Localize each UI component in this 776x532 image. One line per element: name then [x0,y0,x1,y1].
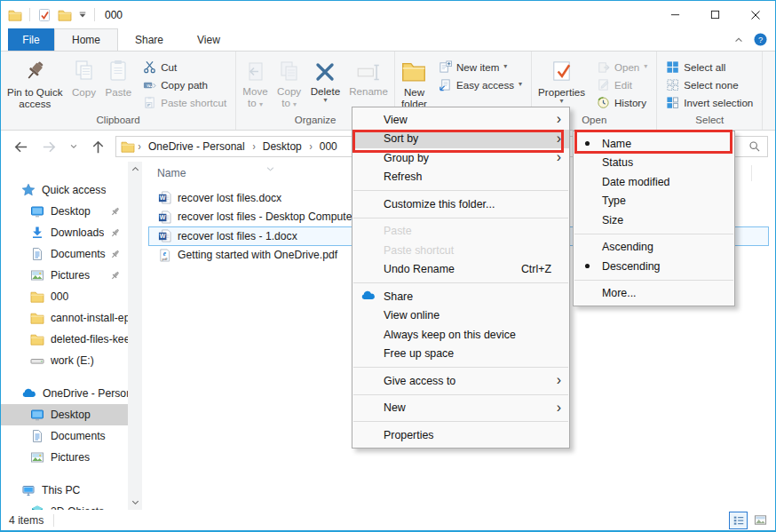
tab-view[interactable]: View [180,28,237,51]
menu-item-group-by[interactable]: Group by› [352,148,569,168]
items-count: 4 items [9,514,44,527]
properties-icon [550,56,574,86]
rename-button: Rename [344,53,392,115]
copy-path-button[interactable]: wCopy path [139,75,230,93]
sidebar-item-this-pc[interactable]: This PC [1,480,128,501]
sidebar-item-cannot-install-ep[interactable]: cannot-install-ep [1,307,128,329]
back-button[interactable] [12,139,29,155]
collapse-ribbon-button[interactable] [733,35,744,45]
menu-item-view[interactable]: View› [352,110,569,130]
qat-new-folder-button[interactable] [58,8,72,22]
sidebar-item-documents[interactable]: Documents [1,425,128,447]
select-none-button[interactable]: Select none [662,75,756,93]
menu-item-label: Always keep on this device [384,329,516,341]
statusbar: 4 items [1,510,775,530]
menu-item-give-access-to[interactable]: Give access to› [352,371,569,391]
menu-item-descending[interactable]: Descending [574,257,734,276]
close-button[interactable] [735,1,775,28]
delete-button[interactable]: Delete▾ [306,53,345,115]
sidebar-item-desktop[interactable]: Desktop [1,404,128,425]
file-name: recover lost files.docx [178,192,281,204]
minimize-button[interactable] [655,1,695,28]
folder-icon [30,311,44,325]
menu-item-more[interactable]: More... [574,284,734,304]
paste-icon [106,56,131,86]
sidebar-item-desktop[interactable]: Desktop [1,201,128,222]
menu-item-new[interactable]: New› [352,399,569,418]
thumbnails-view-button[interactable] [751,512,770,529]
window-controls [655,1,775,28]
menu-item-ascending[interactable]: Ascending [574,238,734,258]
menu-item-free-up-space[interactable]: Free up space [352,345,569,364]
search-icon [748,140,761,153]
paste-shortcut-button: Paste shortcut [139,93,230,111]
breadcrumb-item-desktop[interactable]: Desktop [258,140,306,153]
cut-button[interactable]: Cut [139,58,230,75]
menu-item-share[interactable]: Share [352,287,569,306]
menu-item-refresh[interactable]: Refresh [352,168,569,187]
breadcrumb-item-onedrive-personal[interactable]: OneDrive - Personal [144,140,249,153]
open-button: Open▾ [593,58,651,75]
sidebar-scrollbar[interactable] [128,162,142,510]
sidebar-item-onedrive-person[interactable]: OneDrive - Person [1,383,128,404]
menu-item-sort-by[interactable]: Sort by› [352,130,569,149]
easy-access-button[interactable]: Easy access▾ [435,75,526,93]
menu-item-size[interactable]: Size [574,210,734,230]
svg-text:W: W [160,214,166,220]
menu-item-always-keep-on-this-device[interactable]: Always keep on this device [352,325,569,345]
tab-home[interactable]: Home [54,28,118,51]
sidebar-item-pictures[interactable]: Pictures [1,447,128,468]
details-view-button[interactable] [729,512,748,529]
scroll-down-button[interactable] [131,497,140,507]
onedrive-cloud-icon [21,386,36,401]
menu-item-customize-this-folder[interactable]: Customize this folder... [352,195,569,214]
copy-to-button: Copyto ▾ [273,53,306,115]
move-to-button: Moveto ▾ [238,53,272,115]
sidebar-item-work-e[interactable]: work (E:) [1,350,128,371]
invert-selection-button[interactable]: Invert selection [662,93,756,111]
copy-path-icon: w [143,78,156,91]
paste-button: Paste [101,53,137,115]
maximize-button[interactable] [695,1,735,28]
bullet-icon [584,263,590,269]
folder-icon [30,332,44,346]
menu-item-type[interactable]: Type [574,192,734,211]
menu-item-view-online[interactable]: View online [352,306,569,326]
recent-locations-button[interactable] [69,142,78,151]
qat-properties-button[interactable] [37,8,51,22]
menu-item-date-modified[interactable]: Date modified [574,172,734,192]
menu-item-properties[interactable]: Properties [352,425,569,445]
sidebar-item-label: Documents [51,248,106,260]
pin-to-quick-access-button[interactable]: Pin to Quickaccess [3,53,67,115]
history-button[interactable]: History [593,93,651,111]
menu-item-paste-shortcut: Paste shortcut [352,241,569,260]
select-all-button[interactable]: Select all [662,58,756,75]
new-folder-button[interactable]: Newfolder [397,53,432,115]
menu-item-label: Name [602,138,631,150]
help-button[interactable]: ? [754,33,767,46]
column-header-name[interactable]: Name [157,167,186,179]
sidebar-item-downloads[interactable]: Downloads [1,222,128,243]
menu-item-status[interactable]: Status [574,154,734,173]
sidebar-item-deleted-files-kee[interactable]: deleted-files-kee [1,329,128,350]
new-item-button[interactable]: New item▾ [435,58,526,75]
qat-customize-button[interactable] [78,11,87,20]
sidebar-item-label: Documents [51,430,106,442]
breadcrumb-item-000[interactable]: 000 [315,140,342,153]
sidebar-item-3d-objects[interactable]: 3D Objects [1,501,128,510]
sidebar-item-000[interactable]: 000 [1,286,128,307]
ribbon-group-clipboard: Pin to QuickaccessCopyPasteCutwCopy path… [1,52,236,130]
up-button[interactable] [90,139,107,155]
sidebar-item-quick-access[interactable]: Quick access [1,179,128,201]
sidebar-item-pictures[interactable]: Pictures [1,265,128,286]
sidebar-item-documents[interactable]: Documents [1,243,128,265]
menu-separator [353,282,568,283]
properties-button[interactable]: Properties▾ [534,53,590,115]
menu-item-undo-rename[interactable]: Undo RenameCtrl+Z [352,260,569,280]
menu-item-name[interactable]: Name [574,134,734,154]
tab-file[interactable]: File [8,28,54,51]
tab-share[interactable]: Share [118,28,180,51]
dropdown-caret-icon: ▾ [311,97,341,104]
scroll-up-button[interactable] [131,164,140,174]
word-file-icon: W [158,210,171,224]
